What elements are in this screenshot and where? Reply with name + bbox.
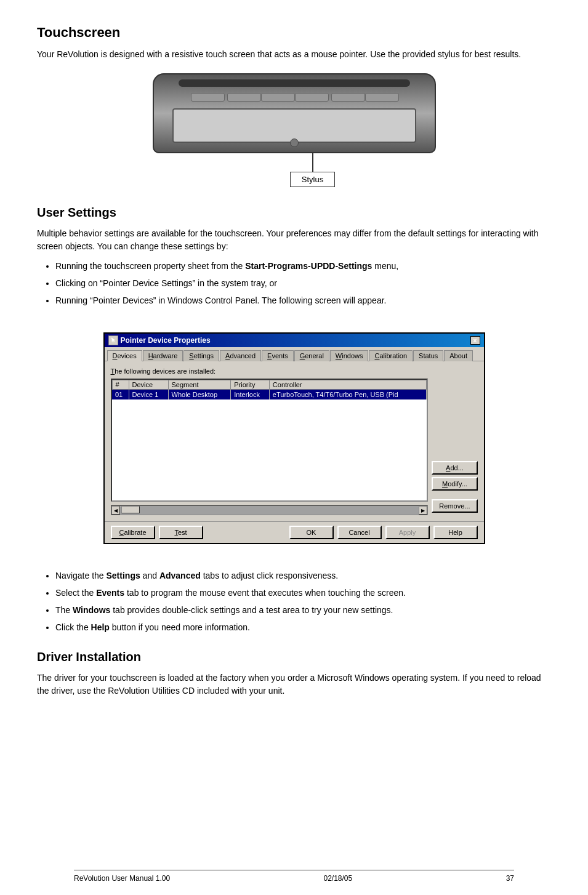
- scroll-track[interactable]: [120, 506, 419, 515]
- tab-windows[interactable]: Windows: [330, 350, 369, 361]
- device-top-strip: [179, 79, 410, 87]
- footer-left: ReVolution User Manual 1.00: [74, 874, 170, 883]
- calibrate-button[interactable]: Calibrate: [111, 526, 155, 539]
- cell-device: Device 1: [129, 390, 168, 400]
- devices-table-container: # Device Segment Priority Controller: [111, 379, 429, 502]
- scroll-left-arrow[interactable]: ◀: [111, 506, 120, 515]
- footer: ReVolution User Manual 1.00 02/18/05 37: [74, 870, 514, 883]
- device-image: [153, 73, 436, 153]
- col-controller: Controller: [269, 380, 427, 390]
- stylus-arrow-area: Stylus: [253, 153, 335, 187]
- dialog-titlebar: 🖱 Pointer Device Properties ×: [105, 334, 484, 347]
- device-buttons: [191, 93, 398, 102]
- dialog-table-area: # Device Segment Priority Controller: [111, 379, 429, 515]
- add-button[interactable]: Add...: [432, 461, 477, 475]
- after-dialog-bullets: Navigate the Settings and Advanced tabs …: [55, 569, 551, 635]
- test-button[interactable]: Test: [159, 526, 203, 539]
- dialog-titlebar-left: 🖱 Pointer Device Properties: [108, 335, 211, 345]
- col-device: Device: [129, 380, 168, 390]
- after-bullet-3: The Windows tab provides double-click se…: [55, 603, 551, 618]
- tab-settings[interactable]: Settings: [183, 350, 219, 361]
- dialog-btn-area: Add... Modify... Remove...: [432, 379, 477, 515]
- tab-general[interactable]: General: [294, 350, 329, 361]
- col-segment: Segment: [168, 380, 231, 390]
- dialog-main-row: # Device Segment Priority Controller: [111, 379, 478, 515]
- bold-settings: Settings: [107, 571, 140, 580]
- footer-right: 37: [506, 874, 514, 883]
- apply-button[interactable]: Apply: [385, 526, 430, 539]
- tab-calibration[interactable]: Calibration: [369, 350, 413, 361]
- tab-events[interactable]: Events: [262, 350, 294, 361]
- user-settings-para: Multiple behavior settings are available…: [37, 227, 551, 253]
- driver-section: Driver Installation The driver for your …: [37, 650, 551, 697]
- cancel-button[interactable]: Cancel: [337, 526, 382, 539]
- col-priority: Priority: [231, 380, 270, 390]
- footer-center: 02/18/05: [324, 874, 353, 883]
- horizontal-scrollbar[interactable]: ◀ ▶: [111, 505, 429, 515]
- help-button[interactable]: Help: [433, 526, 478, 539]
- tab-devices[interactable]: Devices: [107, 350, 142, 361]
- scroll-right-arrow[interactable]: ▶: [419, 506, 427, 515]
- device-screen: [172, 108, 416, 143]
- driver-title: Driver Installation: [37, 650, 551, 664]
- bullet-1: Running the touchscreen property sheet f…: [55, 259, 551, 274]
- after-bullet-1: Navigate the Settings and Advanced tabs …: [55, 569, 551, 584]
- dialog-bottom-buttons: Calibrate Test OK Cancel Apply Help: [105, 521, 484, 543]
- tab-about[interactable]: About: [444, 350, 473, 361]
- dialog-body: The following devices are installed: # D…: [105, 361, 484, 521]
- tab-hardware[interactable]: Hardware: [143, 350, 183, 361]
- dialog-bottom-left: Calibrate Test: [111, 526, 203, 539]
- bullet-2: Clicking on “Pointer Device Settings” in…: [55, 276, 551, 291]
- settings-bullets: Running the touchscreen property sheet f…: [55, 259, 551, 308]
- tab-status[interactable]: Status: [413, 350, 443, 361]
- bold-advanced: Advanced: [159, 571, 201, 580]
- modify-button[interactable]: Modify...: [432, 477, 477, 491]
- bold-windows: Windows: [73, 605, 110, 615]
- cell-segment: Whole Desktop: [168, 390, 231, 400]
- col-num: #: [112, 380, 129, 390]
- arrow-line: [312, 153, 313, 172]
- stylus-diagram: Stylus: [140, 73, 448, 187]
- bold-help: Help: [91, 622, 110, 632]
- pointer-device-dialog: 🖱 Pointer Device Properties × Devices Ha…: [103, 332, 485, 544]
- ok-button[interactable]: OK: [289, 526, 334, 539]
- tab-advanced[interactable]: Advanced: [220, 350, 261, 361]
- devices-installed-label: The following devices are installed:: [111, 367, 478, 375]
- dialog-icon: 🖱: [108, 335, 118, 345]
- cell-priority: Interlock: [231, 390, 270, 400]
- dialog-title: Pointer Device Properties: [121, 336, 211, 345]
- user-settings-title: User Settings: [37, 206, 551, 220]
- after-bullet-2: Select the Events tab to program the mou…: [55, 586, 551, 601]
- touchscreen-para: Your ReVolution is designed with a resis…: [37, 48, 551, 61]
- devices-table: # Device Segment Priority Controller: [112, 380, 427, 399]
- bold-events: Events: [96, 588, 124, 598]
- touchscreen-title: Touchscreen: [37, 25, 551, 41]
- remove-button[interactable]: Remove...: [432, 499, 477, 513]
- bold-menu: Start-Programs-UPDD-Settings: [245, 261, 372, 271]
- bullet-3: Running “Pointer Devices” in Windows Con…: [55, 294, 551, 308]
- device-circle: [290, 138, 299, 147]
- cell-num: 01: [112, 390, 129, 400]
- after-bullet-4: Click the Help button if you need more i…: [55, 620, 551, 635]
- driver-para: The driver for your touchscreen is loade…: [37, 672, 551, 697]
- table-row[interactable]: 01 Device 1 Whole Desktop Interlock eTur…: [112, 390, 427, 400]
- stylus-label: Stylus: [290, 172, 335, 187]
- dialog-bottom-right: OK Cancel Apply Help: [289, 526, 478, 539]
- dialog-close-button[interactable]: ×: [470, 336, 480, 345]
- dialog-tabs: Devices Hardware Settings Advanced Event…: [105, 347, 484, 361]
- cell-controller: eTurboTouch, T4/T6/Turbo Pen, USB (Pid: [269, 390, 427, 400]
- user-settings-section: User Settings Multiple behavior settings…: [37, 206, 551, 308]
- scroll-thumb[interactable]: [121, 506, 140, 513]
